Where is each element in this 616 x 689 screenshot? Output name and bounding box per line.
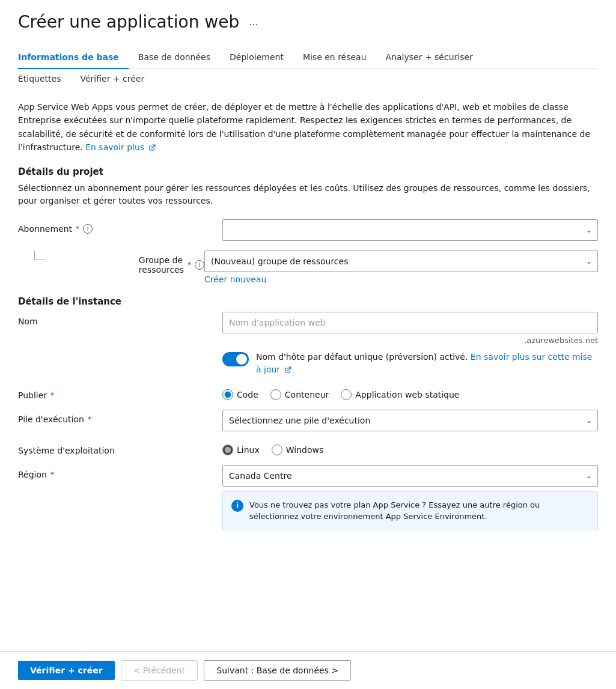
region-row: Région * Canada Centre ⌄ i Vous ne trouv… xyxy=(18,465,598,530)
ellipsis-button[interactable]: ... xyxy=(245,14,261,29)
info-box-text: Vous ne trouvez pas votre plan App Servi… xyxy=(249,499,589,523)
os-windows-radio[interactable] xyxy=(272,445,282,455)
resource-group-indent-row: Groupe de ressources * i (Nouveau) group… xyxy=(18,250,598,284)
info-circle-icon: i xyxy=(231,500,243,512)
runtime-stack-label: Pile d'exécution * xyxy=(18,410,222,424)
runtime-stack-required: * xyxy=(88,415,91,423)
publish-conteneur-label: Conteneur xyxy=(285,390,329,399)
publish-static-option[interactable]: Application web statique xyxy=(341,389,459,400)
publish-row: Publier * Code Conteneur Application we xyxy=(18,386,598,400)
os-windows-label: Windows xyxy=(286,445,324,455)
tab-verifier-creer[interactable]: Vérifier + créer xyxy=(70,69,154,88)
tab-etiquettes[interactable]: Étiquettes xyxy=(18,69,70,88)
previous-button[interactable]: < Précédent xyxy=(121,660,198,681)
tab-mise-en-reseau[interactable]: Mise en réseau xyxy=(293,46,376,69)
subscription-required: * xyxy=(76,225,79,233)
description-text: App Service Web Apps vous permet de crée… xyxy=(18,100,598,154)
publish-code-label: Code xyxy=(237,390,258,399)
app-name-control: .azurewebsites.net Nom d'hôte par défaut… xyxy=(222,312,598,376)
runtime-stack-dropdown-wrapper: Sélectionnez une pile d'exécution ⌄ xyxy=(222,410,598,431)
verify-create-button[interactable]: Vérifier + créer xyxy=(18,661,115,680)
region-select[interactable]: Canada Centre xyxy=(222,465,598,487)
domain-suffix-text: .azurewebsites.net xyxy=(222,336,598,345)
resource-group-label: Groupe de ressources * i xyxy=(139,250,204,275)
os-windows-option[interactable]: Windows xyxy=(272,445,324,455)
os-label: Système d'exploitation xyxy=(18,441,222,455)
toggle-label-text: Nom d'hôte par défaut unique (préversion… xyxy=(256,351,598,376)
learn-more-link[interactable]: En savoir plus xyxy=(85,142,155,152)
os-radio-group: Linux Windows xyxy=(222,441,598,455)
app-name-input[interactable] xyxy=(222,312,598,333)
resource-group-control: (Nouveau) groupe de ressources ⌄ Créer n… xyxy=(204,250,598,284)
publish-control: Code Conteneur Application web statique xyxy=(222,386,598,400)
tab-analyser-securiser[interactable]: Analyser + sécuriser xyxy=(376,46,483,69)
project-details-title: Détails du projet xyxy=(18,166,598,177)
tabs-row-2: Étiquettes Vérifier + créer xyxy=(18,69,598,88)
region-info-box: i Vous ne trouvez pas votre plan App Ser… xyxy=(222,491,598,530)
region-control: Canada Centre ⌄ i Vous ne trouvez pas vo… xyxy=(222,465,598,530)
resource-group-select[interactable]: (Nouveau) groupe de ressources xyxy=(204,250,598,272)
publish-required: * xyxy=(50,391,54,399)
publish-conteneur-option[interactable]: Conteneur xyxy=(270,389,329,400)
resource-group-dropdown-wrapper: (Nouveau) groupe de ressources ⌄ xyxy=(204,250,598,272)
region-label: Région * xyxy=(18,465,222,479)
unique-hostname-toggle[interactable] xyxy=(222,352,249,366)
tab-informations-de-base[interactable]: Informations de base xyxy=(18,46,129,69)
tab-deploiement[interactable]: Déploiement xyxy=(220,46,293,69)
region-required: * xyxy=(50,470,54,479)
publish-label: Publier * xyxy=(18,386,222,400)
subscription-control: ⌄ xyxy=(222,219,598,241)
tab-base-de-donnees[interactable]: Base de données xyxy=(129,46,220,69)
publish-radio-group: Code Conteneur Application web statique xyxy=(222,386,598,400)
os-control: Linux Windows xyxy=(222,441,598,455)
tabs-row-1: Informations de base Base de données Dép… xyxy=(18,46,598,69)
app-name-label: Nom xyxy=(18,312,222,326)
publish-static-label: Application web statique xyxy=(355,390,459,399)
runtime-stack-select[interactable]: Sélectionnez une pile d'exécution xyxy=(222,410,598,431)
os-row: Système d'exploitation Linux Windows xyxy=(18,441,598,455)
toggle-external-link-icon xyxy=(284,366,291,374)
app-name-row: Nom .azurewebsites.net Nom d'hôte par dé… xyxy=(18,312,598,376)
subscription-select[interactable] xyxy=(222,219,598,241)
publish-conteneur-radio[interactable] xyxy=(270,389,281,400)
os-linux-option[interactable]: Linux xyxy=(222,445,260,455)
runtime-stack-control: Sélectionnez une pile d'exécution ⌄ xyxy=(222,410,598,431)
subscription-row: Abonnement * i ⌄ xyxy=(18,219,598,241)
next-button[interactable]: Suivant : Base de données > xyxy=(204,660,351,681)
os-linux-radio[interactable] xyxy=(222,445,233,455)
unique-hostname-toggle-row: Nom d'hôte par défaut unique (préversion… xyxy=(222,351,598,376)
publish-code-option[interactable]: Code xyxy=(222,389,258,400)
publish-static-radio[interactable] xyxy=(341,389,352,400)
region-dropdown-wrapper: Canada Centre ⌄ xyxy=(222,465,598,487)
instance-details-title: Détails de l'instance xyxy=(18,296,598,307)
os-linux-label: Linux xyxy=(237,445,260,455)
page-title: Créer une application web xyxy=(18,12,239,32)
resource-group-required: * xyxy=(188,261,191,269)
subscription-info-icon[interactable]: i xyxy=(83,224,93,234)
publish-code-radio[interactable] xyxy=(222,389,233,400)
external-link-icon xyxy=(148,144,156,151)
runtime-stack-row: Pile d'exécution * Sélectionnez une pile… xyxy=(18,410,598,431)
footer: Vérifier + créer < Précédent Suivant : B… xyxy=(0,651,616,689)
create-new-resource-group-link[interactable]: Créer nouveau xyxy=(204,275,266,284)
subscription-dropdown-wrapper: ⌄ xyxy=(222,219,598,241)
subscription-label: Abonnement * i xyxy=(18,219,222,234)
resource-group-info-icon[interactable]: i xyxy=(195,260,204,270)
project-details-desc: Sélectionnez un abonnement pour gérer le… xyxy=(18,182,598,207)
